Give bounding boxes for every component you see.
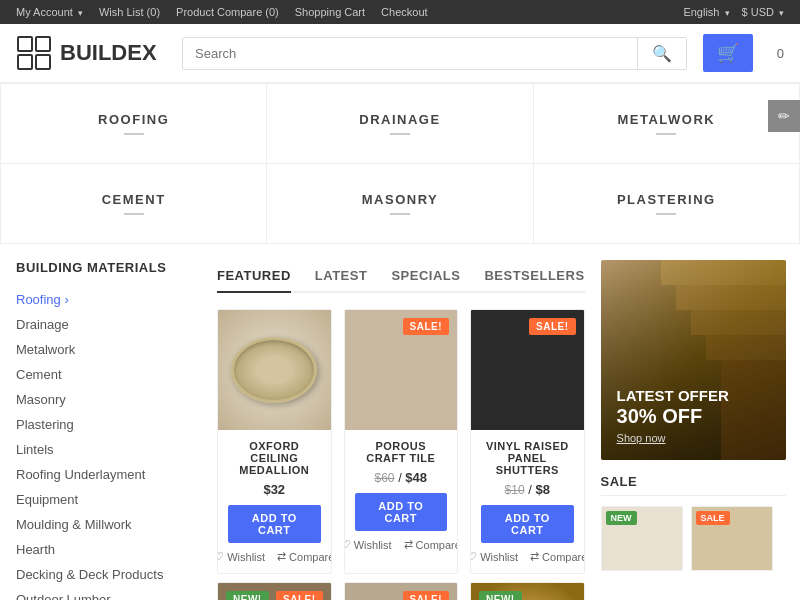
new-badge-bottom-3: NEW! (479, 591, 522, 600)
sale-badge-bottom-2: SALE! (403, 591, 450, 600)
product-price-oxford: $32 (228, 482, 321, 497)
promo-text: LATEST OFFER 30% OFF Shop now (617, 387, 770, 444)
cart-count: 0 (777, 46, 784, 61)
sale-item-new-badge: NEW (606, 511, 637, 525)
product-card-bottom-1: NEW! SALE! (217, 582, 332, 600)
sidebar-item-hearth[interactable]: Hearth (16, 537, 201, 562)
category-cement[interactable]: CEMENT (1, 164, 267, 244)
search-input[interactable] (183, 38, 637, 69)
tab-featured[interactable]: FEATURED (217, 260, 291, 293)
add-to-cart-oxford[interactable]: ADD TO CART (228, 505, 321, 543)
product-card-oxford: OXFORD CEILING MEDALLION $32 ADD TO CART… (217, 309, 332, 574)
svg-rect-7 (706, 335, 786, 360)
sale-badge-porous: SALE! (403, 318, 450, 335)
compare-link-vinyl[interactable]: ⇄ Compare (530, 550, 584, 563)
edit-button[interactable]: ✏ (768, 100, 800, 132)
logo-text: BUILDEX (60, 40, 157, 66)
promo-banner: LATEST OFFER 30% OFF Shop now (601, 260, 786, 460)
product-price-porous: $60 / $48 (355, 470, 448, 485)
compare-link-porous[interactable]: ⇄ Compare (404, 538, 458, 551)
wishlist-link-oxford[interactable]: ♡ Wishlist (217, 550, 265, 563)
promo-subtitle: 30% OFF (617, 405, 770, 428)
svg-rect-6 (691, 310, 786, 335)
product-card-bottom-3: NEW! (470, 582, 585, 600)
product-links-porous: ♡ Wishlist ⇄ Compare (355, 538, 448, 551)
main-content: BUILDING MATERIALS Roofing Drainage Meta… (0, 244, 800, 600)
sidebar-item-equipment[interactable]: Equipment (16, 487, 201, 512)
tab-specials[interactable]: SPECIALS (391, 260, 460, 293)
search-bar: 🔍 (182, 37, 687, 70)
sidebar: BUILDING MATERIALS Roofing Drainage Meta… (16, 260, 201, 600)
language-selector[interactable]: English ▾ (683, 6, 729, 18)
add-to-cart-vinyl[interactable]: ADD TO CART (481, 505, 574, 543)
svg-rect-4 (661, 260, 786, 285)
product-image-bottom-1: NEW! SALE! (218, 583, 331, 600)
product-info-porous: POROUS CRAFT TILE $60 / $48 ADD TO CART … (345, 430, 458, 561)
currency-selector[interactable]: $ USD ▾ (742, 6, 784, 18)
sidebar-item-drainage[interactable]: Drainage (16, 312, 201, 337)
sidebar-item-outdoor-lumber[interactable]: Outdoor Lumber (16, 587, 201, 600)
sidebar-item-metalwork[interactable]: Metalwork (16, 337, 201, 362)
top-bar-left: My Account ▾ Wish List (0) Product Compa… (16, 6, 428, 18)
svg-rect-0 (18, 37, 32, 51)
promo-title: LATEST OFFER (617, 387, 770, 405)
category-grid: ROOFING DRAINAGE METALWORK CEMENT MASONR… (0, 83, 800, 244)
sale-item-sale[interactable]: SALE (691, 506, 773, 571)
product-image-bottom-3: NEW! (471, 583, 584, 600)
sale-section: SALE NEW SALE (601, 474, 786, 571)
add-to-cart-porous[interactable]: ADD TO CART (355, 493, 448, 531)
sale-item-new[interactable]: NEW (601, 506, 683, 571)
logo[interactable]: BUILDEX (16, 35, 166, 71)
tabs: FEATURED LATEST SPECIALS BESTSELLERS (217, 260, 585, 293)
compare-link[interactable]: Product Compare (0) (176, 6, 279, 18)
bottom-products-grid: NEW! SALE! SALE! NEW! (217, 582, 585, 600)
search-button[interactable]: 🔍 (637, 38, 686, 69)
sale-section-title: SALE (601, 474, 786, 496)
sidebar-item-lintels[interactable]: Lintels (16, 437, 201, 462)
wishlist-link-vinyl[interactable]: ♡ Wishlist (470, 550, 518, 563)
sidebar-item-moulding[interactable]: Moulding & Millwork (16, 512, 201, 537)
product-price-vinyl: $10 / $8 (481, 482, 574, 497)
sidebar-item-cement[interactable]: Cement (16, 362, 201, 387)
wishlist-link[interactable]: Wish List (0) (99, 6, 160, 18)
category-metalwork[interactable]: METALWORK (534, 84, 800, 164)
product-info-oxford: OXFORD CEILING MEDALLION $32 ADD TO CART… (218, 430, 331, 573)
product-card-bottom-2: SALE! (344, 582, 459, 600)
promo-sidebar: LATEST OFFER 30% OFF Shop now SALE NEW S… (601, 260, 786, 600)
category-masonry[interactable]: MASONRY (267, 164, 533, 244)
svg-rect-5 (676, 285, 786, 310)
svg-rect-1 (36, 37, 50, 51)
sidebar-item-decking[interactable]: Decking & Deck Products (16, 562, 201, 587)
category-plastering[interactable]: PLASTERING (534, 164, 800, 244)
product-image-porous: SALE! (345, 310, 458, 430)
new-badge-bottom-1: NEW! (226, 591, 269, 600)
product-links-vinyl: ♡ Wishlist ⇄ Compare (481, 550, 574, 563)
sidebar-item-masonry[interactable]: Masonry (16, 387, 201, 412)
product-name-porous: POROUS CRAFT TILE (355, 440, 448, 464)
product-area: FEATURED LATEST SPECIALS BESTSELLERS OXF… (217, 260, 585, 600)
sidebar-item-plastering[interactable]: Plastering (16, 412, 201, 437)
checkout-link[interactable]: Checkout (381, 6, 427, 18)
tab-bestsellers[interactable]: BESTSELLERS (484, 260, 584, 293)
product-card-vinyl: SALE! VINYL RAISED PANEL SHUTTERS $10 / … (470, 309, 585, 574)
tab-latest[interactable]: LATEST (315, 260, 368, 293)
category-roofing[interactable]: ROOFING (1, 84, 267, 164)
wishlist-link-porous[interactable]: ♡ Wishlist (344, 538, 392, 551)
category-drainage[interactable]: DRAINAGE (267, 84, 533, 164)
my-account-link[interactable]: My Account ▾ (16, 6, 83, 18)
product-name-oxford: OXFORD CEILING MEDALLION (228, 440, 321, 476)
sale-item-sale-badge: SALE (696, 511, 730, 525)
compare-link-oxford[interactable]: ⇄ Compare (277, 550, 331, 563)
product-image-oxford (218, 310, 331, 430)
product-image-bottom-2: SALE! (345, 583, 458, 600)
sale-badge-vinyl: SALE! (529, 318, 576, 335)
cart-button[interactable]: 🛒 (703, 34, 753, 72)
sidebar-item-roofing[interactable]: Roofing (16, 287, 201, 312)
promo-shop-now-link[interactable]: Shop now (617, 432, 770, 444)
product-info-vinyl: VINYL RAISED PANEL SHUTTERS $10 / $8 ADD… (471, 430, 584, 573)
shopping-cart-link[interactable]: Shopping Cart (295, 6, 365, 18)
top-bar: My Account ▾ Wish List (0) Product Compa… (0, 0, 800, 24)
product-name-vinyl: VINYL RAISED PANEL SHUTTERS (481, 440, 574, 476)
top-bar-right: English ▾ $ USD ▾ (683, 6, 784, 18)
sidebar-item-roofing-underlayment[interactable]: Roofing Underlayment (16, 462, 201, 487)
